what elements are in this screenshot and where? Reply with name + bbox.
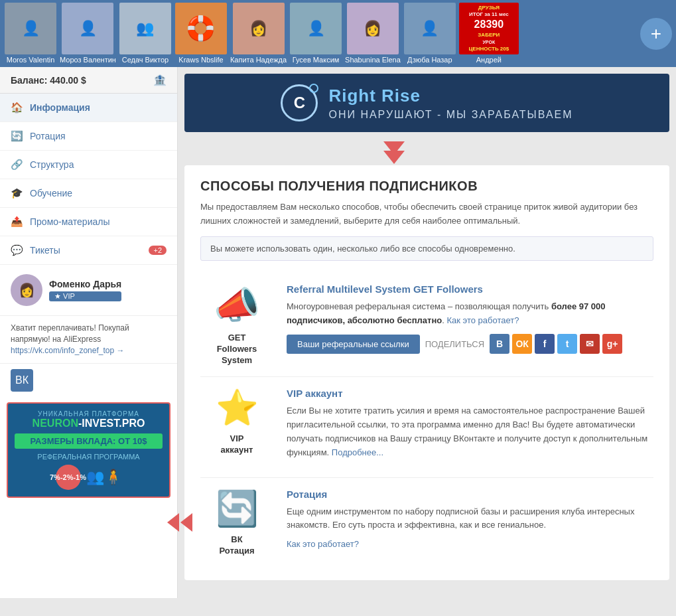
sidebar: Баланс: 440.00 $ 🏦 🏠 Информация 🔄 Ротаци… bbox=[0, 67, 178, 598]
nav-label-rotation: Ротация bbox=[30, 131, 66, 141]
rotation-how-link[interactable]: Как это работает? bbox=[287, 539, 359, 549]
content-title: СПОСОБЫ ПОЛУЧЕНИЯ ПОДПИСНИКОВ bbox=[200, 179, 653, 194]
method-desc-vip: Если Вы не хотите тратить усилия и время… bbox=[287, 404, 653, 459]
method-item-rotation: 🔄 ВК Ротация Ротация Еще одним инструмен… bbox=[200, 478, 653, 568]
home-icon: 🏠 bbox=[11, 102, 23, 114]
method-desc-rotation: Еще одним инструментом по набору подписн… bbox=[287, 505, 653, 533]
avatar-name: Мороз Валентин bbox=[60, 56, 116, 64]
method-label-rotation: ВК Ротация bbox=[219, 534, 254, 557]
avatar-ad-item[interactable]: ДРУЗЬЯ ИТОГ за 11 мес 28390 ЗАБЕРИ УРОК … bbox=[459, 3, 519, 64]
vk-social-icon[interactable]: В bbox=[490, 334, 509, 354]
nav-link-info[interactable]: 🏠 Информация bbox=[0, 94, 177, 121]
share-label: ПОДЕЛИТЬСЯ bbox=[425, 339, 484, 349]
banner-arc bbox=[309, 84, 318, 93]
info-box: Вы можете использовать один, несколько л… bbox=[200, 236, 653, 261]
avatar-name: Гусев Максим bbox=[293, 56, 340, 64]
promo-icon: 📤 bbox=[11, 216, 23, 228]
promo-link[interactable]: https://vk.com/info_zonef_top → bbox=[11, 346, 124, 355]
nav-item-education[interactable]: 🎓 Обучение bbox=[0, 179, 177, 208]
vip-badge: ★ VIP bbox=[49, 291, 121, 301]
banner: C Right Rise ОНИ НАРУШАЮТ - МЫ ЗАРАБАТЫВ… bbox=[184, 74, 669, 132]
user-profile: 👩 Фоменко Дарья ★ VIP bbox=[0, 265, 177, 316]
nav-item-info[interactable]: 🏠 Информация bbox=[0, 94, 177, 122]
nav-label-education: Обучение bbox=[30, 188, 72, 198]
method-item-vip: ⭐ VIP аккаунт VIP аккаунт Если Вы не хот… bbox=[200, 377, 653, 477]
content-desc: Мы предоставляем Вам несколько способов,… bbox=[200, 200, 653, 228]
nav-menu: 🏠 Информация 🔄 Ротация 🔗 Структура 🎓 bbox=[0, 94, 177, 265]
megaphone-icon: 📣 bbox=[214, 283, 260, 327]
ref-link-button[interactable]: Ваши реферальные ссылки bbox=[287, 335, 420, 354]
ad-unique-label: УНИКАЛЬНАЯ ПЛАТФОРМА bbox=[15, 410, 163, 418]
avatar-item[interactable]: 👩 Shabunina Elena bbox=[345, 3, 401, 64]
red-left-arrows bbox=[167, 513, 192, 532]
method-title-vip: VIP аккаунт bbox=[287, 388, 653, 399]
avatar-name: Андрей bbox=[476, 56, 502, 64]
sidebar-ad: УНИКАЛЬНАЯ ПЛАТФОРМА NEURON-INVEST.PRO Р… bbox=[7, 402, 170, 498]
nav-item-structure[interactable]: 🔗 Структура bbox=[0, 151, 177, 179]
add-friend-button[interactable]: + bbox=[640, 18, 672, 50]
ok-social-icon[interactable]: ОК bbox=[512, 334, 532, 354]
nav-link-tickets[interactable]: 💬 Тикеты +2 bbox=[0, 236, 177, 264]
user-info: Фоменко Дарья ★ VIP bbox=[49, 279, 121, 301]
rotation-icon: 🔄 bbox=[11, 130, 23, 142]
fb-social-icon[interactable]: f bbox=[535, 334, 555, 354]
avatar-image: 👤 bbox=[62, 3, 113, 54]
avatar-item[interactable]: 👤 Moros Valentin bbox=[4, 3, 57, 64]
how-it-works-link-1[interactable]: Как это работает? bbox=[446, 315, 519, 325]
ad-brand-label: NEURON-INVEST.PRO bbox=[15, 418, 163, 429]
user-avatar: 👩 bbox=[11, 274, 42, 306]
nav-link-structure[interactable]: 🔗 Структура bbox=[0, 151, 177, 179]
avatar-name: Moros Valentin bbox=[7, 56, 55, 64]
left-arrow-2 bbox=[180, 513, 192, 532]
nav-item-rotation[interactable]: 🔄 Ротация bbox=[0, 122, 177, 151]
education-icon: 🎓 bbox=[11, 187, 23, 199]
avatar-item[interactable]: 👤 Дзюба Назар bbox=[403, 3, 456, 64]
mail-social-icon[interactable]: ✉ bbox=[580, 334, 600, 354]
avatar-image: 👤 bbox=[404, 3, 456, 54]
people-icon: 👥🧍 bbox=[86, 469, 122, 486]
arrow-down-2 bbox=[383, 151, 405, 164]
social-icons: В ОК f t ✉ g+ bbox=[490, 334, 622, 354]
avatar-name: Дзюба Назар bbox=[407, 56, 452, 64]
avatar-item[interactable]: 👥 Седач Виктор bbox=[119, 3, 172, 64]
content-card: СПОСОБЫ ПОЛУЧЕНИЯ ПОДПИСНИКОВ Мы предост… bbox=[184, 165, 669, 580]
ad-invest-label: РАЗМЕРЫ ВКЛАДА: ОТ 10$ bbox=[15, 433, 163, 449]
avatar-item[interactable]: 👤 Мороз Валентин bbox=[60, 3, 116, 64]
method-title-followers: Referral Multilevel System GET Followers bbox=[287, 283, 653, 295]
vip-more-link[interactable]: Подробнее... bbox=[332, 447, 383, 457]
banner-title-container: Right Rise ОНИ НАРУШАЮТ - МЫ ЗАРАБАТЫВАЕ… bbox=[328, 86, 573, 121]
arrow-down-container bbox=[184, 141, 603, 164]
ad-percent-container: 7%-2%-1% 👥🧍 bbox=[15, 465, 163, 490]
method-icon-col-vip: ⭐ VIP аккаунт bbox=[200, 388, 273, 456]
avatar-item[interactable]: 👩 Капита Надежда bbox=[230, 3, 287, 64]
avatar-item[interactable]: 👤 Гусев Максим bbox=[289, 3, 342, 64]
avatar-name: Капита Надежда bbox=[230, 56, 287, 64]
banner-logo: C bbox=[281, 84, 318, 121]
gplus-social-icon[interactable]: g+ bbox=[602, 334, 622, 354]
main-content: C Right Rise ОНИ НАРУШАЮТ - МЫ ЗАРАБАТЫВ… bbox=[178, 67, 676, 598]
method-icon-col-followers: 📣 GET Followers System bbox=[200, 283, 273, 366]
nav-link-rotation[interactable]: 🔄 Ротация bbox=[0, 122, 177, 150]
method-info-followers: Referral Multilevel System GET Followers… bbox=[287, 283, 653, 354]
banner-title: Right Rise bbox=[328, 86, 573, 106]
avatar-name: Kraws Nbslife bbox=[178, 56, 223, 64]
nav-item-promo[interactable]: 📤 Промо-материалы bbox=[0, 208, 177, 236]
nav-link-promo[interactable]: 📤 Промо-материалы bbox=[0, 208, 177, 236]
method-label-followers: GET Followers System bbox=[200, 333, 273, 366]
tickets-icon: 💬 bbox=[11, 244, 23, 256]
nav-link-education[interactable]: 🎓 Обучение bbox=[0, 179, 177, 207]
nav-item-tickets[interactable]: 💬 Тикеты +2 bbox=[0, 236, 177, 265]
method-label-vip: VIP аккаунт bbox=[221, 433, 253, 456]
tw-social-icon[interactable]: t bbox=[557, 334, 577, 354]
tickets-badge: +2 bbox=[149, 246, 167, 255]
avatar-image: 👩 bbox=[347, 3, 399, 54]
method-desc-followers: Многоуровневая реферальная система – поз… bbox=[287, 300, 653, 328]
avatar-ad-image: ДРУЗЬЯ ИТОГ за 11 мес 28390 ЗАБЕРИ УРОК … bbox=[459, 3, 519, 54]
nav-label-info: Информация bbox=[30, 102, 90, 113]
banner-title-part2: Rise bbox=[381, 86, 421, 106]
banner-title-part1: Right bbox=[328, 86, 375, 106]
avatar-item[interactable]: 🛟 Kraws Nbslife bbox=[174, 3, 228, 64]
structure-icon: 🔗 bbox=[11, 159, 23, 171]
method-info-rotation: Ротация Еще одним инструментом по набору… bbox=[287, 489, 653, 550]
vk-button[interactable]: ВК bbox=[11, 369, 33, 392]
